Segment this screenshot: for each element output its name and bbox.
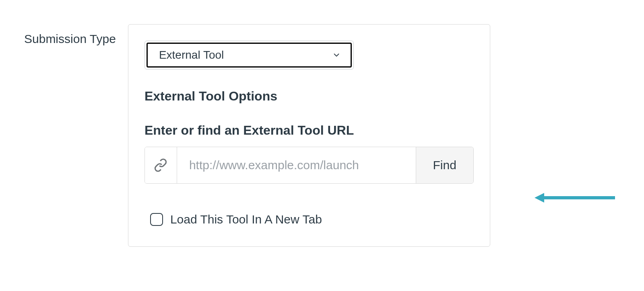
annotation-arrow-icon: [535, 192, 615, 203]
submission-type-panel: External Tool External Tool Options Ente…: [128, 24, 490, 247]
chevron-down-icon: [332, 51, 341, 59]
submission-type-select-value: External Tool: [159, 49, 224, 61]
submission-type-select[interactable]: External Tool: [147, 43, 352, 68]
external-tool-url-heading: Enter or find an External Tool URL: [144, 123, 474, 138]
load-new-tab-checkbox[interactable]: [150, 213, 163, 226]
external-tool-options-heading: External Tool Options: [144, 89, 474, 104]
submission-type-select-wrap: External Tool: [144, 41, 354, 70]
external-tool-url-group: Find: [144, 147, 474, 184]
load-new-tab-label[interactable]: Load This Tool In A New Tab: [170, 213, 322, 226]
link-icon: [154, 158, 167, 172]
svg-marker-1: [535, 193, 544, 203]
load-new-tab-row: Load This Tool In A New Tab: [144, 213, 474, 226]
find-button[interactable]: Find: [416, 147, 473, 183]
link-icon-box: [145, 147, 177, 183]
submission-type-row: Submission Type External Tool External T…: [24, 24, 620, 247]
external-tool-url-input[interactable]: [177, 147, 416, 183]
submission-type-label: Submission Type: [24, 24, 116, 46]
